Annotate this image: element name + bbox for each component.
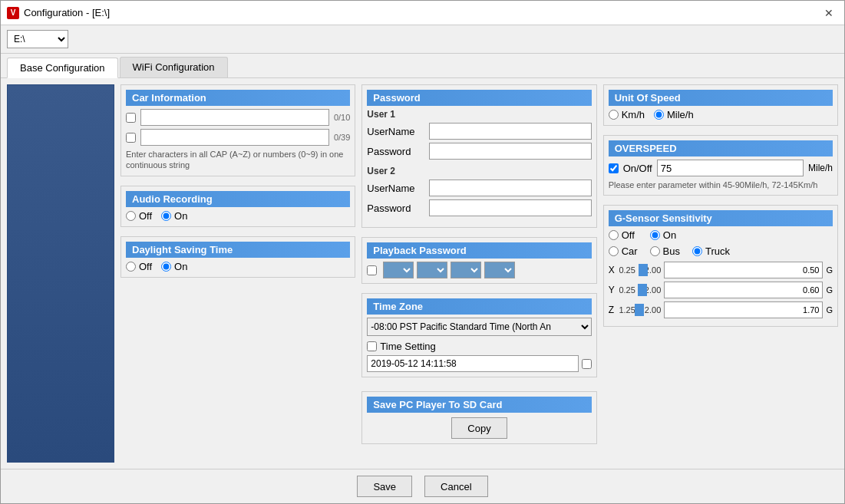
timesetting-row: Time Setting	[367, 341, 591, 352]
mileh-radio[interactable]	[654, 110, 664, 120]
datetime-input[interactable]: 2019-05-12 14:11:58	[367, 355, 578, 372]
daylight-off-label[interactable]: Off	[126, 261, 152, 272]
playback-password-header: Playback Password	[367, 242, 591, 259]
user1-username-label: UserName	[367, 126, 424, 137]
save-button[interactable]: Save	[357, 476, 412, 497]
x-g-unit: G	[826, 265, 833, 275]
gsensor-truck-radio[interactable]	[692, 246, 702, 256]
overspeed-header: OVERSPEED	[609, 140, 833, 156]
daylight-on-label[interactable]: On	[161, 261, 187, 272]
car-checkbox-2[interactable]	[126, 133, 136, 143]
copy-button[interactable]: Copy	[451, 417, 507, 439]
user2-username-label: UserName	[367, 183, 424, 194]
user2-password-row: Password	[367, 199, 591, 216]
user1-password-input[interactable]	[429, 143, 591, 160]
mileh-label[interactable]: Mile/h	[654, 109, 694, 120]
drive-select[interactable]: E:\	[7, 30, 68, 48]
x-slider-min: 0.25	[619, 265, 635, 275]
playback-select-4[interactable]	[484, 262, 515, 278]
playback-password-panel: Playback Password	[361, 237, 596, 284]
overspeed-onoff-label: On/Off	[623, 163, 652, 174]
timezone-panel: Time Zone -08:00 PST Pacific Standard Ti…	[361, 293, 596, 377]
audio-on-radio[interactable]	[161, 211, 171, 221]
main-window: V Configuration - [E:\] ✕ E:\ Base Confi…	[0, 0, 845, 504]
audio-off-label[interactable]: Off	[126, 210, 152, 222]
overspeed-hint: Please enter parameter within 45-90Mile/…	[609, 180, 833, 190]
sidebar	[7, 84, 114, 463]
y-axis-label: Y	[609, 285, 616, 295]
z-value-input[interactable]: 1.70	[664, 301, 823, 318]
y-axis-row: Y 0.25 2.00 0.60 G	[609, 282, 833, 298]
close-button[interactable]: ✕	[820, 4, 838, 22]
tab-wifi-configuration[interactable]: WiFi Configuration	[120, 57, 228, 77]
tabs-bar: Base Configuration WiFi Configuration	[1, 54, 844, 78]
car-checkbox-1[interactable]	[126, 113, 136, 123]
overspeed-checkbox[interactable]	[609, 163, 619, 173]
cancel-button[interactable]: Cancel	[424, 476, 487, 497]
save-pc-panel: Save PC Player To SD Card Copy	[361, 391, 596, 444]
gsensor-car-label[interactable]: Car	[609, 245, 638, 257]
app-icon: V	[7, 7, 19, 19]
playback-select-1[interactable]	[383, 262, 414, 278]
y-value-input[interactable]: 0.60	[664, 282, 823, 298]
kmh-label[interactable]: Km/h	[609, 109, 645, 120]
gsensor-off-radio[interactable]	[609, 230, 619, 240]
bottom-bar: Save Cancel	[1, 469, 844, 503]
car-count-2: 0/39	[334, 133, 350, 142]
user2-username-input[interactable]	[429, 180, 591, 196]
audio-off-radio[interactable]	[126, 211, 136, 221]
datetime-row: 2019-05-12 14:11:58	[367, 355, 591, 372]
gsensor-on-radio[interactable]	[650, 230, 660, 240]
gsensor-off-label[interactable]: Off	[609, 229, 635, 241]
unit-of-speed-group: Km/h Mile/h	[609, 109, 833, 120]
audio-recording-panel: Audio Recording Off On	[120, 186, 355, 227]
z-g-unit: G	[826, 305, 833, 315]
timezone-select[interactable]: -08:00 PST Pacific Standard Time (North …	[367, 318, 591, 336]
user2-title: User 2	[367, 166, 591, 176]
gsensor-bus-radio[interactable]	[650, 246, 660, 256]
user1-password-row: Password	[367, 143, 591, 160]
timesetting-label: Time Setting	[380, 341, 436, 352]
gsensor-panel: G-Sensor Sensitivity Off On	[603, 205, 838, 327]
y-slider-min: 0.25	[619, 285, 635, 295]
user1-username-input[interactable]	[429, 123, 591, 140]
gsensor-car-radio[interactable]	[609, 246, 619, 256]
overspeed-panel: OVERSPEED On/Off 75 Mile/h Please enter …	[603, 135, 838, 196]
playback-select-3[interactable]	[451, 262, 481, 278]
user2-password-input[interactable]	[429, 199, 591, 216]
user2-section: User 2 UserName Password	[367, 166, 591, 216]
car-input-2[interactable]	[140, 129, 329, 146]
z-axis-row: Z 1.25 2.00 1.70 G	[609, 301, 833, 318]
gsensor-mode-row: Off On	[609, 229, 833, 241]
overspeed-row: On/Off 75 Mile/h	[609, 160, 833, 176]
gsensor-truck-label[interactable]: Truck	[692, 245, 730, 257]
daylight-on-radio[interactable]	[161, 262, 171, 272]
user1-username-row: UserName	[367, 123, 591, 140]
tab-base-configuration[interactable]: Base Configuration	[7, 58, 118, 78]
z-slider-min: 1.25	[619, 305, 635, 315]
gsensor-on-label[interactable]: On	[650, 229, 676, 241]
audio-recording-header: Audio Recording	[126, 191, 350, 207]
car-input-1[interactable]	[140, 109, 329, 126]
kmh-radio[interactable]	[609, 110, 619, 120]
gsensor-header: G-Sensor Sensitivity	[609, 210, 833, 226]
timesetting-checkbox[interactable]	[367, 341, 377, 351]
gsensor-bus-label[interactable]: Bus	[650, 245, 680, 257]
x-value-input[interactable]: 0.50	[664, 262, 823, 278]
daylight-saving-panel: Daylight Saving Time Off On	[120, 236, 355, 278]
unit-of-speed-header: Unit Of Speed	[609, 90, 833, 106]
daylight-off-radio[interactable]	[126, 262, 136, 272]
audio-on-label[interactable]: On	[161, 210, 187, 222]
z-axis-label: Z	[609, 305, 616, 315]
car-info-hint: Enter characters in all CAP (A~Z) or num…	[126, 149, 350, 171]
title-bar: V Configuration - [E:\] ✕	[1, 1, 844, 25]
user2-password-label: Password	[367, 203, 424, 214]
playback-checkbox[interactable]	[367, 265, 377, 275]
overspeed-value-input[interactable]: 75	[657, 160, 804, 176]
title-bar-left: V Configuration - [E:\]	[7, 7, 110, 19]
user2-username-row: UserName	[367, 180, 591, 196]
password-panel: Password User 1 UserName Password	[361, 84, 596, 228]
toolbar: E:\	[1, 25, 844, 54]
datetime-checkbox[interactable]	[582, 359, 592, 369]
playback-select-2[interactable]	[417, 262, 447, 278]
